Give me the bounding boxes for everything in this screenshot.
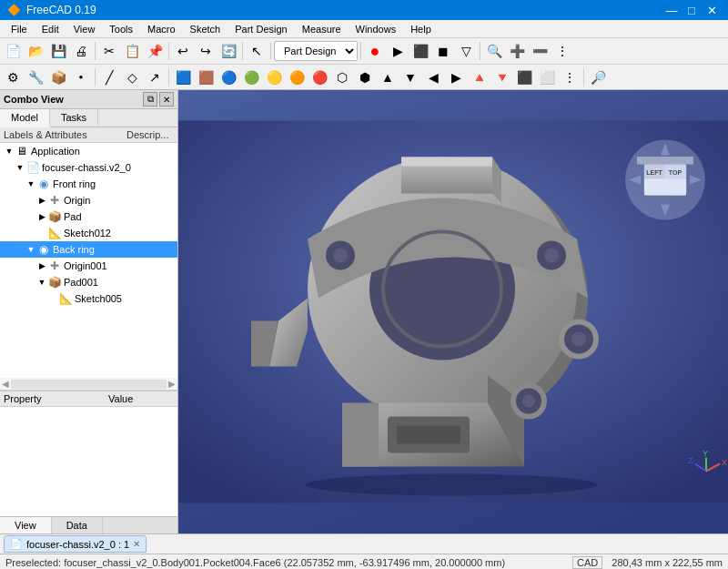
tree-item-application[interactable]: ▼ 🖥 Application [0,143,177,159]
view-button-2[interactable]: ▶ [387,40,409,62]
tb2-18[interactable]: ▼ [399,66,421,88]
tree-item-origin001[interactable]: ▶ ✚ Origin001 [0,258,177,274]
pointer-button[interactable]: ↖ [246,40,268,62]
arrow-application[interactable]: ▼ [4,146,15,157]
tree-item-sketch005[interactable]: 📐 Sketch005 [0,290,177,307]
scroll-left-icon[interactable]: ◀ [0,379,11,389]
label-application: Application [31,146,80,157]
paste-button[interactable]: 📌 [144,40,166,62]
close-button[interactable]: ✕ [703,2,721,18]
tb2-16[interactable]: ⬢ [354,66,376,88]
tb2-3[interactable]: 📦 [47,66,69,88]
tb2-10[interactable]: 🔵 [217,66,239,88]
tree-item-sketch012[interactable]: 📐 Sketch012 [0,225,177,241]
arrow-origin[interactable]: ▶ [36,195,47,206]
arrow-pad[interactable]: ▶ [36,211,47,222]
tab-tasks[interactable]: Tasks [50,109,98,127]
refresh-button[interactable]: 🔄 [217,40,239,62]
tb2-24[interactable]: ⬜ [536,66,558,88]
viewport[interactable]: LEFT TOP X Y Z [178,90,728,533]
tb2-23[interactable]: ⬛ [513,66,535,88]
left-bottom-tabs: View Data [0,516,177,533]
combo-close-button[interactable]: ✕ [159,92,174,107]
combo-float-button[interactable]: ⧉ [143,92,157,107]
zoom-in-button[interactable]: ➕ [506,40,528,62]
bottom-tab-view[interactable]: View [0,517,52,533]
tb2-5[interactable]: ╱ [98,66,120,88]
view-button-3[interactable]: ⬛ [410,40,431,62]
menu-item-sketch[interactable]: Sketch [183,22,228,36]
tb2-15[interactable]: ⬡ [331,66,353,88]
svg-text:Y: Y [703,449,708,458]
tb2-19[interactable]: ◀ [422,66,444,88]
menu-item-tools[interactable]: Tools [102,22,140,36]
arrow-sketch005[interactable] [47,293,58,304]
tb2-more[interactable]: ⋮ [559,66,581,88]
view-button-5[interactable]: ▽ [455,40,477,62]
tb2-snap[interactable]: 🔎 [587,66,609,88]
tb2-6[interactable]: ◇ [121,66,143,88]
tb2-20[interactable]: ▶ [445,66,467,88]
icon-sketch005: 📐 [58,291,73,306]
tree-item-back-ring[interactable]: ▼ ◉ Back ring [0,241,177,258]
more-button[interactable]: ⋮ [551,40,573,62]
arrow-focuser[interactable]: ▼ [15,162,25,173]
label-sketch005: Sketch005 [75,293,122,304]
tb2-1[interactable]: ⚙ [2,66,24,88]
minimize-button[interactable]: — [662,2,681,18]
bottom-tab-data[interactable]: Data [52,517,103,533]
tb2-22[interactable]: 🔻 [490,66,512,88]
menu-item-file[interactable]: File [4,22,35,36]
copy-button[interactable]: 📋 [121,40,143,62]
zoom-fit-button[interactable]: 🔍 [483,40,505,62]
save-button[interactable]: 💾 [47,40,69,62]
undo-button[interactable]: ↩ [172,40,194,62]
redo-button[interactable]: ↪ [195,40,217,62]
menu-item-part design[interactable]: Part Design [228,22,294,36]
tb2-8[interactable]: 🟦 [172,66,194,88]
tree-item-origin[interactable]: ▶ ✚ Origin [0,192,177,208]
open-button[interactable]: 📂 [25,40,46,62]
arrow-pad001[interactable]: ▼ [36,277,47,288]
hscroll[interactable] [11,380,167,389]
menubar: FileEditViewToolsMacroSketchPart DesignM… [0,20,728,38]
arrow-back-ring[interactable]: ▼ [25,244,36,255]
menu-item-windows[interactable]: Windows [349,22,404,36]
icon-focuser: 📄 [25,160,40,175]
view-button-4[interactable]: ◼ [432,40,454,62]
arrow-front-ring[interactable]: ▼ [25,178,36,189]
view-button-1[interactable]: ● [364,40,386,62]
tb2-17[interactable]: ▲ [377,66,399,88]
tree-item-pad001[interactable]: ▼ 📦 Pad001 [0,274,177,290]
tb2-4[interactable]: ● [70,66,92,88]
menu-item-macro[interactable]: Macro [140,22,183,36]
tree-item-pad[interactable]: ▶ 📦 Pad [0,208,177,225]
menu-item-view[interactable]: View [66,22,103,36]
app-title: FreeCAD 0.19 [26,4,96,16]
menu-item-help[interactable]: Help [403,22,439,36]
new-button[interactable]: 📄 [2,40,24,62]
print-button[interactable]: 🖨 [70,40,92,62]
maximize-button[interactable]: □ [682,2,701,18]
menu-item-edit[interactable]: Edit [35,22,66,36]
tb2-13[interactable]: 🟠 [286,66,308,88]
tb2-11[interactable]: 🟢 [240,66,262,88]
tb2-9[interactable]: 🟫 [195,66,217,88]
tree-item-front-ring[interactable]: ▼ ◉ Front ring [0,176,177,192]
tb2-21[interactable]: 🔺 [468,66,490,88]
tb2-14[interactable]: 🔴 [308,66,330,88]
tree-item-focuser[interactable]: ▼ 📄 focuser-chassi.v2_0 [0,159,177,176]
menu-item-measure[interactable]: Measure [295,22,349,36]
arrow-sketch012[interactable] [36,228,47,239]
doc-tab-close[interactable]: ✕ [133,539,140,549]
document-tab[interactable]: 📄 focuser-chassi.v2_0 : 1 ✕ [4,535,147,553]
tab-model[interactable]: Model [0,109,50,127]
tb2-7[interactable]: ↗ [144,66,166,88]
workbench-dropdown[interactable]: Part Design [274,41,358,61]
zoom-out-button[interactable]: ➖ [529,40,551,62]
tb2-2[interactable]: 🔧 [25,66,46,88]
arrow-origin001[interactable]: ▶ [36,260,47,271]
scroll-right-icon[interactable]: ▶ [167,379,177,389]
cut-button[interactable]: ✂ [98,40,120,62]
tb2-12[interactable]: 🟡 [263,66,285,88]
